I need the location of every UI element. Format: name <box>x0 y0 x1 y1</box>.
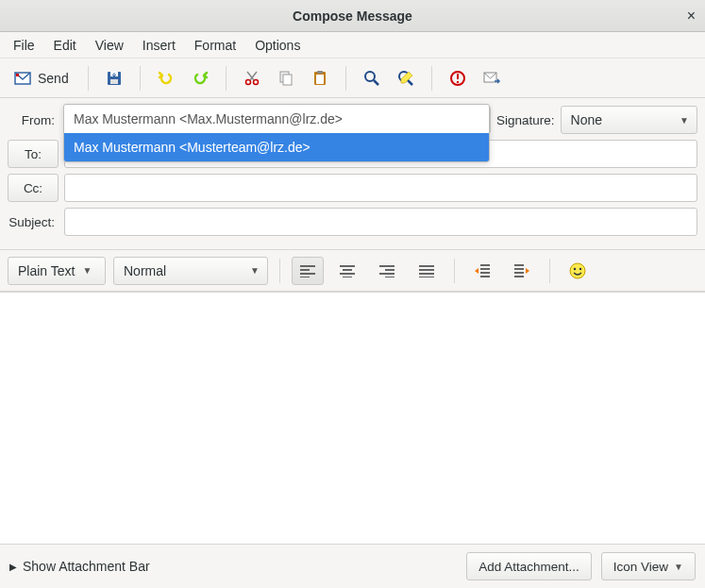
magnifier-pen-icon <box>396 69 415 88</box>
menu-file[interactable]: File <box>6 34 42 57</box>
paste-icon <box>311 69 329 88</box>
cc-input[interactable] <box>64 174 697 202</box>
menu-insert[interactable]: Insert <box>135 34 183 57</box>
svg-point-45 <box>574 267 576 269</box>
text-mode-combo[interactable]: Plain Text ▼ <box>8 257 106 285</box>
paragraph-style-value: Normal <box>124 263 166 278</box>
separator <box>431 66 432 91</box>
format-toolbar: Plain Text ▼ Normal ▼ <box>0 250 705 292</box>
svg-rect-11 <box>317 71 323 74</box>
footer: ▶ Show Attachment Bar Add Attachment... … <box>0 545 705 588</box>
separator <box>279 259 280 283</box>
outdent-icon <box>473 263 492 278</box>
outdent-button[interactable] <box>466 257 498 285</box>
copy-icon <box>277 69 295 88</box>
icon-view-label: Icon View <box>613 560 668 574</box>
smiley-icon <box>569 262 586 279</box>
chevron-down-icon: ▼ <box>674 562 683 572</box>
find-replace-button[interactable] <box>392 64 420 92</box>
svg-line-15 <box>408 80 412 85</box>
envelope-icon <box>13 69 32 88</box>
signature-value: None <box>571 112 602 127</box>
svg-rect-4 <box>110 79 118 84</box>
paragraph-style-combo[interactable]: Normal ▼ <box>113 257 268 285</box>
text-mode-value: Plain Text <box>18 263 75 278</box>
align-right-icon <box>378 264 395 277</box>
indent-icon <box>512 263 531 278</box>
close-button[interactable]: × <box>687 8 696 25</box>
from-dropdown[interactable]: Max Mustermann <Max.Mustermann@lrz.de> M… <box>63 104 490 162</box>
emoji-button[interactable] <box>562 257 594 285</box>
to-button[interactable]: To: <box>8 140 59 168</box>
menu-format[interactable]: Format <box>187 34 243 57</box>
save-button[interactable] <box>100 64 128 92</box>
align-justify-button[interactable] <box>411 257 443 285</box>
align-center-icon <box>339 264 356 277</box>
find-button[interactable] <box>358 64 386 92</box>
separator <box>226 66 227 91</box>
copy-button[interactable] <box>272 64 300 92</box>
svg-point-6 <box>253 79 258 84</box>
window-title: Compose Message <box>293 8 412 24</box>
triangle-right-icon: ▶ <box>9 562 17 572</box>
separator <box>88 66 89 91</box>
redo-button[interactable] <box>186 64 214 92</box>
to-label: To: <box>25 147 42 161</box>
send-label: Send <box>38 71 69 86</box>
subject-label: Subject: <box>8 215 59 229</box>
redo-icon <box>191 69 210 88</box>
cc-label: Cc: <box>24 181 42 195</box>
add-attachment-label: Add Attachment... <box>478 560 579 574</box>
subject-input[interactable] <box>64 208 697 236</box>
message-body[interactable] <box>0 292 705 545</box>
separator <box>345 66 346 91</box>
attachment-bar-toggle[interactable]: ▶ Show Attachment Bar <box>9 559 150 574</box>
align-center-button[interactable] <box>331 257 363 285</box>
separator <box>140 66 141 91</box>
align-right-button[interactable] <box>371 257 403 285</box>
separator <box>454 259 455 283</box>
chevron-down-icon: ▼ <box>680 115 689 126</box>
align-left-icon <box>299 264 316 277</box>
menubar: File Edit View Insert Format Options <box>0 32 705 59</box>
exclamation-icon <box>448 69 467 88</box>
undo-icon <box>157 69 176 88</box>
svg-point-5 <box>245 79 250 84</box>
from-option-2[interactable]: Max Mustermann <Musterteam@lrz.de> <box>64 133 489 161</box>
from-label: From: <box>8 113 59 127</box>
receipt-button[interactable] <box>478 64 506 92</box>
separator <box>549 259 550 283</box>
svg-point-18 <box>457 80 459 82</box>
attachment-bar-label: Show Attachment Bar <box>23 559 150 574</box>
svg-rect-10 <box>316 75 324 84</box>
save-icon <box>105 69 124 88</box>
send-button[interactable]: Send <box>9 65 76 92</box>
paste-button[interactable] <box>306 64 334 92</box>
chevron-down-icon: ▼ <box>82 265 92 276</box>
icon-view-combo[interactable]: Icon View ▼ <box>601 552 696 580</box>
svg-line-13 <box>374 80 378 85</box>
undo-button[interactable] <box>152 64 180 92</box>
signature-label: Signature: <box>496 113 555 127</box>
menu-options[interactable]: Options <box>247 34 308 57</box>
svg-rect-8 <box>283 75 292 85</box>
titlebar: Compose Message × <box>0 0 705 32</box>
svg-point-46 <box>579 267 581 269</box>
envelope-arrow-icon <box>482 69 501 88</box>
menu-edit[interactable]: Edit <box>46 34 84 57</box>
magnifier-icon <box>362 69 381 88</box>
from-option-1[interactable]: Max Mustermann <Max.Mustermann@lrz.de> <box>64 105 489 133</box>
align-justify-icon <box>418 264 435 277</box>
cc-button[interactable]: Cc: <box>8 174 59 202</box>
indent-button[interactable] <box>506 257 538 285</box>
align-left-button[interactable] <box>292 257 324 285</box>
signature-combo[interactable]: None ▼ <box>561 106 697 134</box>
menu-view[interactable]: View <box>88 34 131 57</box>
add-attachment-button[interactable]: Add Attachment... <box>466 552 592 580</box>
header-area: From: Signature: None ▼ To: Cc: Subject:… <box>0 98 705 250</box>
priority-button[interactable] <box>444 64 472 92</box>
scissors-icon <box>243 69 261 88</box>
svg-rect-1 <box>16 74 19 76</box>
toolbar: Send <box>0 59 705 98</box>
cut-button[interactable] <box>238 64 266 92</box>
